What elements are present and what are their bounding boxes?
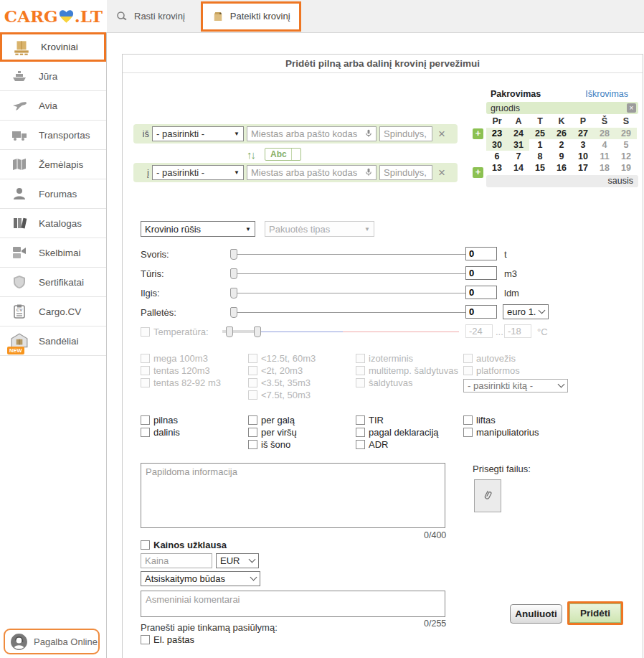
calendar-day[interactable]: 26 xyxy=(551,128,572,139)
to-country-select[interactable]: - pasirinkti -▼ xyxy=(152,165,244,180)
pallets-slider[interactable] xyxy=(230,306,467,319)
to-radius-input[interactable] xyxy=(379,165,432,180)
email-notify-checkbox[interactable]: El. paštas xyxy=(141,634,194,645)
checkbox-2t-20m3[interactable]: <2t, 20m3 xyxy=(248,365,303,376)
checkbox-saldytuvas[interactable]: šaldytuvas xyxy=(356,377,412,388)
calendar-day[interactable]: 27 xyxy=(572,128,594,139)
to-city-input[interactable] xyxy=(247,165,377,180)
to-add-icon[interactable]: + xyxy=(473,167,483,178)
calendar-day[interactable]: 11 xyxy=(594,151,615,162)
weight-slider[interactable] xyxy=(230,248,467,260)
tab-find-cargo[interactable]: Rasti krovinį xyxy=(107,4,194,29)
temp-max-input[interactable] xyxy=(504,324,531,338)
volume-slider[interactable] xyxy=(230,268,467,280)
checkbox-dalinis[interactable]: dalinis xyxy=(141,427,180,438)
checkbox-per-gala[interactable]: per galą xyxy=(248,415,295,426)
from-country-select[interactable]: - pasirinkti -▼ xyxy=(152,126,244,141)
from-city-input[interactable] xyxy=(247,126,377,141)
tab-submit-cargo[interactable]: Pateikti krovinį xyxy=(201,1,301,32)
temperature-checkbox[interactable]: Temperatūra: xyxy=(141,326,209,337)
sidebar-item-sandeliai[interactable]: Sandėliai NEW xyxy=(0,326,106,356)
checkbox-per-virsu[interactable]: per viršų xyxy=(248,427,297,438)
checkbox-platformos[interactable]: platformos xyxy=(463,365,520,376)
calendar-day[interactable]: 3 xyxy=(572,139,594,151)
calendar-day[interactable]: 13 xyxy=(486,162,508,174)
from-add-icon[interactable]: + xyxy=(473,128,483,139)
microphone-icon[interactable] xyxy=(364,128,374,138)
calendar-day[interactable]: 14 xyxy=(508,162,529,174)
slider-handle[interactable] xyxy=(230,288,237,299)
payment-method-select[interactable]: Atsiskaitymo būdas xyxy=(141,571,260,586)
temp-min-input[interactable] xyxy=(465,324,493,338)
calendar-day[interactable]: 6 xyxy=(486,151,508,162)
checkbox-multitemp[interactable]: multitemp. šaldytuvas xyxy=(356,365,458,376)
calendar-day[interactable]: 2 xyxy=(551,139,572,151)
calendar-day[interactable]: 10 xyxy=(572,151,594,162)
calendar-day[interactable]: 1 xyxy=(529,139,551,151)
swap-direction-icon[interactable]: ↑↓ xyxy=(247,149,255,161)
sidebar-item-avia[interactable]: Avia xyxy=(0,91,106,121)
checkbox-mega-100m3[interactable]: mega 100m3 xyxy=(141,353,208,364)
temp-min-handle[interactable] xyxy=(226,326,233,337)
slider-handle[interactable] xyxy=(230,268,237,279)
temperature-slider[interactable] xyxy=(222,326,459,338)
sidebar-item-cargo-cv[interactable]: CV Cargo.CV xyxy=(0,297,106,326)
slider-handle[interactable] xyxy=(230,307,237,318)
attach-file-button[interactable] xyxy=(474,479,501,512)
checkbox-tir[interactable]: TIR xyxy=(356,415,384,426)
price-request-checkbox[interactable]: Kainos užklausa xyxy=(141,540,227,550)
calendar-day[interactable]: 30 xyxy=(486,139,508,151)
sidebar-item-katalogas[interactable]: Katalogas xyxy=(0,209,106,238)
calendar-day[interactable]: 16 xyxy=(551,162,572,174)
checkbox-tentas-120m3[interactable]: tentas 120m3 xyxy=(141,365,210,376)
pallets-value-input[interactable] xyxy=(465,305,497,319)
calendar-day[interactable]: 4 xyxy=(594,139,615,151)
sidebar-item-skelbimai[interactable]: Skelbimai xyxy=(0,238,106,268)
sidebar-item-jura[interactable]: Jūra xyxy=(0,62,106,91)
checkbox-izoterminis[interactable]: izoterminis xyxy=(356,353,413,364)
calendar-day[interactable]: 15 xyxy=(529,162,551,174)
checkbox-adr[interactable]: ADR xyxy=(356,439,388,450)
additional-info-textarea[interactable] xyxy=(141,463,445,528)
cargo-lt-logo[interactable]: CARG .LT xyxy=(0,0,107,32)
checkbox-is-sono[interactable]: iš šono xyxy=(248,439,290,450)
slider-handle[interactable] xyxy=(230,249,237,260)
calendar-close-icon[interactable]: × xyxy=(627,103,636,113)
personal-comments-textarea[interactable] xyxy=(141,591,445,617)
sidebar-item-transportas[interactable]: Transportas xyxy=(0,121,106,150)
other-truck-select[interactable]: - pasirinkti kitą - xyxy=(463,379,568,393)
calendar-next-month[interactable]: sausis xyxy=(486,175,638,187)
checkbox-tentas-82-92[interactable]: tentas 82-92 m3 xyxy=(141,377,221,388)
from-radius-input[interactable] xyxy=(379,126,432,141)
checkbox-125t-60m3[interactable]: <12.5t, 60m3 xyxy=(248,353,316,364)
calendar-day[interactable]: 23 xyxy=(486,128,508,139)
calendar-day[interactable]: 31 xyxy=(508,139,529,151)
sidebar-item-kroviniai[interactable]: Kroviniai xyxy=(0,32,106,62)
calendar-day[interactable]: 25 xyxy=(529,128,551,139)
calendar-day[interactable]: 29 xyxy=(615,128,637,139)
tab-pakrovimas[interactable]: Pakrovimas xyxy=(491,89,541,99)
sidebar-item-forumas[interactable]: Forumas xyxy=(0,179,106,209)
temp-max-handle[interactable] xyxy=(254,326,261,337)
checkbox-35t-35m3[interactable]: <3.5t, 35m3 xyxy=(248,377,311,388)
from-clear-icon[interactable]: × xyxy=(438,128,445,140)
checkbox-75t-50m3[interactable]: <7.5t, 50m3 xyxy=(248,390,311,400)
checkbox-pilnas[interactable]: pilnas xyxy=(141,415,178,426)
pallet-type-select[interactable]: euro 1. xyxy=(503,304,549,319)
sidebar-item-sertifikatai[interactable]: Sertifikatai xyxy=(0,268,106,297)
submit-button[interactable]: Pridėti xyxy=(567,601,623,625)
calendar-day[interactable]: 8 xyxy=(529,151,551,162)
microphone-icon[interactable] xyxy=(364,167,374,177)
help-online-button[interactable]: Pagalba Online xyxy=(4,629,100,654)
volume-value-input[interactable] xyxy=(465,266,497,280)
sidebar-item-zemelapis[interactable]: Žemėlapis xyxy=(0,150,106,179)
cancel-button[interactable]: Anuliuoti xyxy=(510,604,562,624)
abc-button[interactable]: Abc xyxy=(265,148,301,161)
price-input[interactable] xyxy=(141,553,212,568)
currency-select[interactable]: EUR xyxy=(216,553,259,568)
calendar-day[interactable]: 17 xyxy=(572,162,594,174)
calendar-day[interactable]: 19 xyxy=(615,162,637,174)
calendar-day[interactable]: 5 xyxy=(615,139,637,151)
cargo-type-select[interactable]: Krovinio rūšis▼ xyxy=(141,221,255,237)
checkbox-manipuliatorius[interactable]: manipuliatorius xyxy=(463,427,539,438)
